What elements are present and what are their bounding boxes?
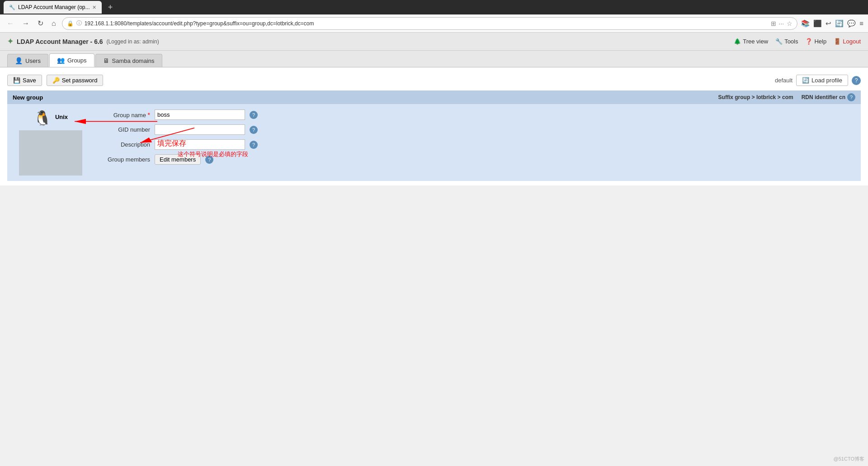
unix-section: 🐧 Unix [14,109,87,176]
linux-penguin-icon: 🐧 [33,109,52,127]
sync-icon[interactable]: 🔄 [835,19,844,28]
address-input[interactable] [85,20,768,27]
browser-title-bar: 🔧 LDAP Account Manager (op... × + [0,0,868,14]
section-header-right: Suffix group > lotbrick > com RDN identi… [718,93,855,101]
info-icon: ⓘ [76,19,82,27]
app-tabs: 👤 Users 👥 Groups 🖥 Samba domains [0,51,868,67]
users-tab-label: Users [25,57,41,64]
help-icon: ❓ [805,38,812,45]
tab-users[interactable]: 👤 Users [7,54,48,67]
section-body: 🐧 Unix Group name * ? [7,104,861,181]
edit-members-button[interactable]: Edit members [155,154,201,165]
description-row: Description ? [96,139,854,150]
group-name-input[interactable] [155,109,245,120]
group-name-help-button[interactable]: ? [250,111,258,119]
group-members-label: Group members [96,156,150,163]
samba-tab-label: Samba domains [112,57,155,64]
tree-view-link[interactable]: 🌲 Tree view [734,38,768,45]
group-members-row: Group members Edit members ? [96,154,854,165]
set-password-button[interactable]: 🔑 Set password [47,75,104,86]
help-link[interactable]: ❓ Help [805,38,826,45]
browser-tab[interactable]: 🔧 LDAP Account Manager (op... × [4,1,102,14]
description-help-button[interactable]: ? [250,141,258,149]
watermark: @51CTO博客 [834,456,864,462]
save-icon: 💾 [13,77,20,84]
back-button[interactable]: ← [5,19,16,29]
rdn-help-button[interactable]: ? [847,93,855,101]
refresh-button[interactable]: ↻ [35,18,46,29]
home-button[interactable]: ⌂ [49,19,58,29]
toolbar-help-button[interactable]: ? [852,76,861,85]
suffix-label: Suffix group > lotbrick > com [718,94,793,100]
samba-tab-icon: 🖥 [103,57,109,64]
description-input[interactable] [155,139,245,150]
history-icon[interactable]: ↩ [826,19,831,28]
group-name-row: Group name * ? [96,109,854,120]
group-members-help-button[interactable]: ? [205,156,213,164]
app-header: ✦ LDAP Account Manager - 6.6 (Logged in … [0,33,868,51]
tab-title: LDAP Account Manager (op... [18,4,90,10]
new-tab-button[interactable]: + [105,3,116,12]
app-logo-icon: ✦ [7,37,13,46]
key-icon: 🔑 [52,77,60,84]
tree-view-icon: 🌲 [734,38,741,45]
app-title: LDAP Account Manager - 6.6 [17,38,103,45]
app-nav-right: 🌲 Tree view 🔧 Tools ❓ Help 🚪 Logout [734,38,861,45]
tab-groups[interactable]: 👥 Groups [49,53,94,67]
save-button[interactable]: 💾 Save [7,75,42,86]
content-area: 💾 Save 🔑 Set password default 🔄 Load pro… [0,67,868,185]
groups-tab-label: Groups [67,57,87,64]
gid-number-help-button[interactable]: ? [250,126,258,134]
toolbar: 💾 Save 🔑 Set password default 🔄 Load pro… [7,72,861,89]
chat-icon[interactable]: 💬 [847,19,856,28]
tools-link[interactable]: 🔧 Tools [775,38,798,45]
extensions-icon[interactable]: ⬛ [813,19,822,28]
menu-icon[interactable]: ≡ [859,19,863,27]
logged-in-label: (Logged in as: admin) [107,38,159,45]
gid-number-row: GID number ? [96,124,854,135]
unix-label: Unix [55,114,68,120]
users-tab-icon: 👤 [15,57,23,64]
form-section: Group name * ? GID number ? Description [96,109,854,176]
bookmarks-icon[interactable]: 📚 [801,19,810,28]
description-label: Description [96,141,150,148]
lock-icon: 🔒 [67,20,74,27]
group-name-label: Group name * [96,111,150,119]
qr-icon: ⊞ [771,20,776,27]
tab-close-button[interactable]: × [93,4,96,11]
address-icons: ⊞ ··· ☆ [771,20,793,27]
browser-nav-bar: ← → ↻ ⌂ 🔒 ⓘ ⊞ ··· ☆ 📚 ⬛ ↩ 🔄 💬 ≡ [0,14,868,33]
address-bar[interactable]: 🔒 ⓘ ⊞ ··· ☆ [62,17,798,30]
rdn-label: RDN identifier cn [802,94,845,100]
tab-favicon: 🔧 [9,5,15,10]
more-icon: ··· [779,20,784,27]
unix-icon-image [19,130,82,176]
logout-icon: 🚪 [834,38,841,45]
refresh-profile-icon: 🔄 [802,77,809,84]
logout-link[interactable]: 🚪 Logout [834,38,861,45]
load-profile-button[interactable]: 🔄 Load profile [796,75,848,86]
required-star: * [148,111,150,119]
forward-button[interactable]: → [20,19,32,29]
section-header: New group Suffix group > lotbrick > com … [7,90,861,104]
gid-number-input[interactable] [155,124,245,135]
browser-toolbar-icons: 📚 ⬛ ↩ 🔄 💬 ≡ [801,19,863,28]
gid-number-label: GID number [96,126,150,133]
profile-section: default 🔄 Load profile ? [775,75,861,86]
tab-samba-domains[interactable]: 🖥 Samba domains [95,54,162,67]
groups-tab-icon: 👥 [57,57,65,64]
profile-default-label: default [775,77,793,84]
bookmark-icon: ☆ [787,20,793,27]
tools-icon: 🔧 [775,38,783,45]
section-title: New group [13,94,43,101]
app-logo: ✦ LDAP Account Manager - 6.6 (Logged in … [7,37,159,46]
